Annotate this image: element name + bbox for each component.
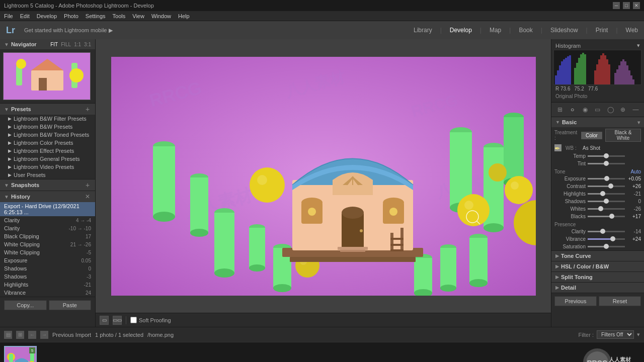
history-item[interactable]: Exposure 0.05 [0,256,95,264]
preset-item[interactable]: ▶Lightroom General Presets [0,155,95,163]
vibrance-slider[interactable] [588,238,625,240]
paste-button[interactable]: Paste [49,300,92,310]
hsl-header[interactable]: ▶ HSL / Color / B&W [551,261,644,272]
nav-web[interactable]: Web [626,27,638,34]
copy-button[interactable]: Copy... [4,300,47,310]
crop-icon[interactable]: ⊞ [555,105,565,115]
status-icon-2[interactable]: ⊞ [16,331,24,339]
minus-icon[interactable]: — [630,105,640,115]
status-icon-3[interactable]: ← [28,331,36,339]
nav-map[interactable]: Map [490,27,501,34]
snapshots-add-button[interactable]: + [84,182,91,189]
redeye-icon[interactable]: ◉ [580,105,590,115]
nav-book[interactable]: Book [519,27,532,34]
radial-icon[interactable]: ◯ [605,105,615,115]
tint-slider[interactable] [588,163,625,164]
menu-window[interactable]: Window [151,13,171,19]
menu-help[interactable]: Help [178,13,190,19]
history-item[interactable]: Shadows -3 [0,273,95,281]
snapshots-header[interactable]: ▼ Snapshots + [0,179,95,191]
bw-treatment-button[interactable]: Black & White [605,129,641,142]
history-item[interactable]: Export - Hard Drive (12/9/2021 6:25:13 .… [0,202,95,216]
history-item[interactable]: White Clipping 21 → -26 [0,240,95,248]
detail-header[interactable]: ▶ Detail [551,283,644,293]
split-toning-header[interactable]: ▶ Split Toning [551,272,644,282]
history-item[interactable]: Black Clipping 17 [0,232,95,240]
exposure-slider[interactable] [588,178,625,179]
preset-item[interactable]: ▶Lightroom Video Presets [0,163,95,171]
filter-label: Filter : [578,332,594,338]
preset-item[interactable]: ▶Lightroom B&W Presets [0,123,95,131]
brush-icon[interactable]: ⊕ [618,105,628,115]
highlights-slider[interactable] [588,193,625,195]
navigator-thumbnail[interactable] [0,49,95,103]
whites-slider[interactable] [588,208,625,210]
view-single-icon[interactable]: ▭ [100,316,109,325]
svg-rect-110 [616,69,618,85]
nav-print[interactable]: Print [596,27,608,34]
get-started-text[interactable]: Get started with Lightroom mobile ▶ [24,27,113,34]
minimize-button[interactable]: ─ [613,2,620,9]
basic-panel-header[interactable]: ▼ Basic ▾ [551,117,644,127]
menu-edit[interactable]: Edit [20,13,30,19]
gradient-icon[interactable]: ▭ [593,105,603,115]
history-item[interactable]: Clarity 4 → -4 [0,216,95,224]
menu-view[interactable]: View [132,13,144,19]
history-item[interactable]: White Clipping -5 [0,248,95,256]
maximize-button[interactable]: □ [623,2,630,9]
nav-slideshow[interactable]: Slideshow [550,27,578,34]
presets-header[interactable]: ▼ Presets + [0,104,95,115]
nav-library[interactable]: Library [414,27,432,34]
history-close-button[interactable]: ✕ [84,193,91,200]
temp-slider[interactable] [588,155,625,157]
soft-proofing-checkbox[interactable] [130,317,137,323]
navigator-header[interactable]: ▼ Navigator FIT FILL 1:1 3:1 [0,39,95,49]
tone-curve-header[interactable]: ▶ Tone Curve [551,251,644,261]
clarity-slider[interactable] [588,231,625,232]
nav-develop[interactable]: Develop [450,27,472,34]
menu-file[interactable]: File [4,13,13,19]
previous-button[interactable]: Previous [554,296,597,306]
preset-item[interactable]: ▶Lightroom Color Presets [0,139,95,147]
shadows-slider[interactable] [588,201,625,202]
blacks-slider[interactable] [588,216,625,217]
status-icon-1[interactable]: ▤ [4,331,12,339]
healing-icon[interactable]: ○ [568,105,578,115]
preset-item[interactable]: ▶Lightroom Effect Presets [0,147,95,155]
history-item[interactable]: Clarity -10 → -10 [0,224,95,232]
preset-item[interactable]: ▶Lightroom B&W Filter Presets [0,115,95,123]
highlights-slider-row: Highlights -21 [551,190,644,198]
menu-bar: File Edit Develop Photo Settings Tools V… [0,11,644,21]
image-area[interactable]: RRCG 八人素材 RRCG 八人素材 RRCG 八人素材 [96,39,551,313]
preset-item[interactable]: ▶Lightroom B&W Toned Presets [0,131,95,139]
tone-auto-button[interactable]: Auto [630,169,641,174]
history-header[interactable]: ▼ History ✕ [0,191,95,202]
preset-item[interactable]: ▶User Presets [0,171,95,179]
filmstrip-thumbnail[interactable]: 5 [4,346,37,362]
menu-develop[interactable]: Develop [37,13,57,19]
zoom-fit[interactable]: FIT [50,42,58,47]
filter-expand-icon[interactable]: ▾ [637,331,640,338]
history-item[interactable]: Highlights -21 [0,281,95,289]
zoom-3-1[interactable]: 3:1 [84,42,91,47]
status-icon-4[interactable]: → [40,331,48,339]
shadows-value: 0 [627,199,641,204]
view-compare-icon[interactable]: ▭▭ [113,316,122,325]
filter-dropdown[interactable]: Filters Off [597,330,634,339]
menu-photo[interactable]: Photo [64,13,78,19]
close-button[interactable]: ✕ [633,2,640,9]
soft-proofing-toggle[interactable]: Soft Proofing [130,317,171,323]
wb-eyedropper-icon[interactable]: ✒ [554,144,561,151]
history-item[interactable]: Vibrance 24 [0,289,95,297]
reset-button[interactable]: Reset [599,296,641,306]
zoom-1-1[interactable]: 1:1 [74,42,81,47]
presets-add-button[interactable]: + [84,106,91,113]
zoom-fill[interactable]: FILL [61,42,71,47]
saturation-slider[interactable] [588,246,625,247]
menu-tools[interactable]: Tools [113,13,126,19]
history-item[interactable]: Shadows 0 [0,264,95,273]
menu-settings[interactable]: Settings [86,13,106,19]
svg-rect-89 [559,65,561,85]
color-treatment-button[interactable]: Color [581,132,602,139]
contrast-slider[interactable] [588,186,625,187]
